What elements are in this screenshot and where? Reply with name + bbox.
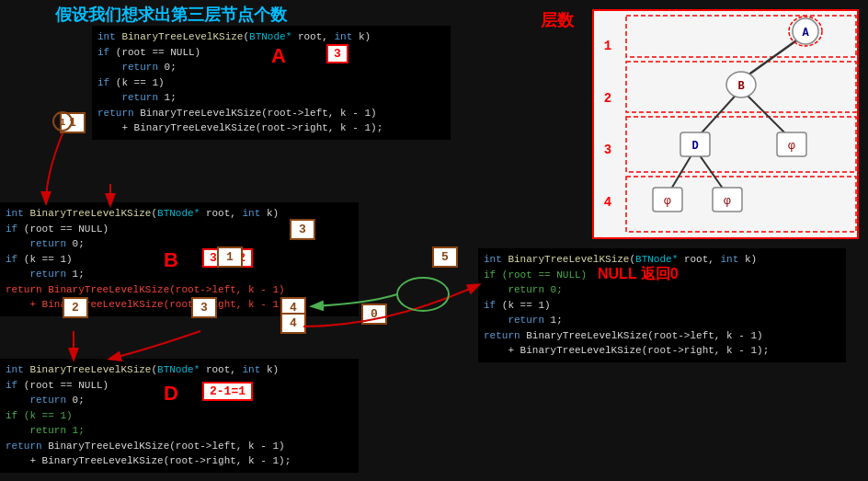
svg-text:φ: φ xyxy=(788,139,795,153)
layer-numbers: 1 2 3 4 xyxy=(594,11,622,237)
num-box-0: 0 xyxy=(361,303,387,325)
label-a: A xyxy=(271,44,286,68)
tree-layer-label: 层数 xyxy=(541,9,574,31)
svg-rect-0 xyxy=(626,16,856,57)
label-b: B xyxy=(164,248,178,272)
num-box-3-b: 3 xyxy=(290,219,315,240)
svg-rect-2 xyxy=(626,117,856,172)
svg-text:D: D xyxy=(691,140,698,153)
num-box-4-b2: 4 xyxy=(280,313,306,334)
code-block-d: int BinaryTreeLevelKSize(BTNode* root, i… xyxy=(0,359,359,473)
layer-3: 3 xyxy=(604,143,611,157)
label-a-num: 3 xyxy=(326,44,348,63)
svg-text:φ: φ xyxy=(664,194,671,208)
num-box-1-b: 1 xyxy=(217,246,243,268)
svg-text:A: A xyxy=(802,27,809,40)
tree-svg: A B D φ φ φ xyxy=(622,11,861,241)
num-box-5: 5 xyxy=(432,246,458,268)
tree-panel: 1 2 3 4 A xyxy=(592,9,859,239)
layer-4: 4 xyxy=(604,195,611,210)
num-box-3-b2: 3 xyxy=(191,297,217,318)
svg-text:φ: φ xyxy=(724,194,731,208)
code-block-a: int BinaryTreeLevelKSize(BTNode* root, i… xyxy=(92,26,451,140)
layer-2: 2 xyxy=(604,91,611,106)
label-d-num: 2-1=1 xyxy=(202,382,253,401)
num-box-1-top: 1 xyxy=(60,112,86,133)
null-return-label: NULL 返回0 xyxy=(598,265,679,284)
svg-text:B: B xyxy=(737,80,744,93)
svg-point-24 xyxy=(397,278,449,311)
main-container: 假设我们想求出第三层节点个数 int BinaryTreeLevelKSize(… xyxy=(0,0,868,481)
num-box-2-b: 2 xyxy=(63,297,88,318)
label-d: D xyxy=(164,382,178,406)
layer-1: 1 xyxy=(604,39,611,53)
page-title: 假设我们想求出第三层节点个数 xyxy=(55,4,287,26)
